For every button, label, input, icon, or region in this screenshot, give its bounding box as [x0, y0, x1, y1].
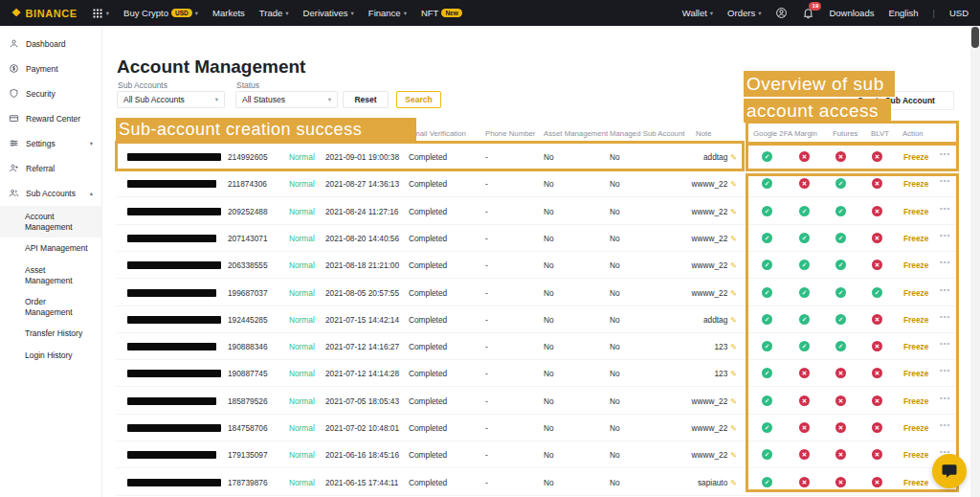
edit-note-icon[interactable]: ✎ [730, 289, 737, 298]
freeze-link[interactable]: Freeze [903, 152, 928, 162]
email-verification-cell: Completed [409, 450, 447, 460]
blvt-disabled-icon: ✕ [872, 151, 882, 162]
more-actions-icon[interactable]: ••• [940, 312, 950, 321]
futures-disabled-icon: ✕ [835, 449, 846, 460]
freeze-link[interactable]: Freeze [903, 396, 928, 406]
nav-trade[interactable]: Trade▾ [259, 8, 289, 18]
note-cell: wwww_22✎ [651, 288, 737, 298]
shield-icon [9, 88, 19, 101]
more-actions-icon[interactable]: ••• [940, 258, 950, 266]
nav-markets[interactable]: Markets [212, 8, 245, 18]
profile-icon[interactable] [775, 7, 788, 19]
user-icon [9, 38, 19, 51]
note-text: wwww_22 [691, 207, 727, 216]
nav-downloads[interactable]: Downloads [829, 8, 874, 18]
annotation-overview-line1: Overview of sub [744, 71, 895, 97]
more-actions-icon[interactable]: ••• [940, 231, 950, 239]
blvt-disabled-icon: ✕ [872, 233, 882, 243]
redacted-account-name [127, 153, 221, 161]
sidebar-item-dashboard[interactable]: Dashboard [0, 32, 101, 56]
sidebar-subitem-api-management[interactable]: API Management [0, 237, 101, 260]
nav-derivatives[interactable]: Derivatives▾ [303, 8, 354, 18]
nav-nft[interactable]: NFT New [421, 8, 462, 18]
more-actions-icon[interactable]: ••• [940, 149, 950, 158]
uid-cell: 207143071 [228, 234, 268, 243]
edit-note-icon[interactable]: ✎ [730, 479, 737, 487]
edit-note-icon[interactable]: ✎ [730, 261, 737, 270]
note-text: wwww_22 [691, 260, 727, 270]
asset-management-cell: No [544, 450, 554, 460]
freeze-link[interactable]: Freeze [903, 423, 928, 433]
nav-wallet[interactable]: Wallet▾ [682, 8, 713, 18]
asset-management-cell: No [544, 179, 554, 189]
reset-button[interactable]: Reset [343, 91, 389, 108]
freeze-link[interactable]: Freeze [903, 450, 928, 460]
google-2fa-enabled-icon: ✓ [762, 233, 772, 243]
nav-orders[interactable]: Orders▾ [727, 8, 761, 18]
more-actions-icon[interactable]: ••• [940, 420, 950, 429]
apps-grid-icon[interactable]: ▾ [92, 8, 109, 19]
edit-note-icon[interactable]: ✎ [730, 397, 737, 406]
more-actions-icon[interactable]: ••• [940, 204, 950, 213]
edit-note-icon[interactable]: ✎ [730, 424, 737, 433]
scrollbar-thumb[interactable] [971, 27, 979, 48]
edit-note-icon[interactable]: ✎ [730, 343, 737, 351]
freeze-link[interactable]: Freeze [903, 369, 928, 378]
freeze-link[interactable]: Freeze [903, 234, 928, 243]
edit-note-icon[interactable]: ✎ [730, 235, 737, 243]
support-chat-button[interactable] [932, 454, 967, 488]
sidebar-subitem-account-management[interactable]: Account Management [0, 206, 101, 237]
freeze-link[interactable]: Freeze [903, 342, 928, 351]
sidebar-item-payment[interactable]: Payment [0, 56, 101, 81]
redacted-account-name [127, 289, 216, 297]
uid-cell: 214992605 [228, 152, 268, 162]
sidebar-item-referral[interactable]: Referral [0, 156, 101, 181]
notifications-bell-icon[interactable]: 19 [802, 7, 814, 19]
sidebar-item-sub-accounts[interactable]: Sub Accounts▴ [0, 181, 101, 206]
google-2fa-enabled-icon: ✓ [762, 178, 772, 189]
nav-finance[interactable]: Finance▾ [368, 8, 407, 18]
phone-number-cell: - [485, 260, 488, 270]
more-actions-icon[interactable]: ••• [940, 176, 950, 185]
freeze-link[interactable]: Freeze [903, 288, 928, 298]
sidebar-item-security[interactable]: Security [0, 81, 101, 106]
edit-note-icon[interactable]: ✎ [730, 370, 737, 378]
margin-enabled-icon: ✓ [799, 341, 810, 351]
edit-note-icon[interactable]: ✎ [730, 316, 737, 325]
nav-buy-crypto[interactable]: Buy Crypto USD ▾ [123, 8, 198, 18]
status-select[interactable]: All Statuses ▾ [235, 91, 338, 108]
more-actions-icon[interactable]: ••• [940, 339, 950, 348]
freeze-link[interactable]: Freeze [903, 478, 928, 487]
notification-count-badge: 19 [809, 2, 821, 11]
freeze-link[interactable]: Freeze [903, 260, 928, 270]
sidebar-subitem-login-history[interactable]: Login History [0, 345, 101, 367]
nav-currency[interactable]: USD [949, 8, 969, 18]
phone-number-cell: - [485, 369, 488, 378]
edit-note-icon[interactable]: ✎ [730, 208, 737, 216]
sidebar-item-settings[interactable]: Settings▾ [0, 131, 101, 156]
more-actions-icon[interactable]: ••• [940, 394, 950, 402]
email-verification-cell: Completed [409, 179, 447, 189]
note-cell: wwww_22✎ [651, 423, 737, 433]
edit-note-icon[interactable]: ✎ [730, 180, 737, 189]
sidebar-subitem-asset-management[interactable]: Asset Management [0, 260, 101, 291]
freeze-link[interactable]: Freeze [903, 179, 928, 189]
more-actions-icon[interactable]: ••• [940, 285, 950, 294]
google-2fa-enabled-icon: ✓ [762, 314, 772, 325]
edit-note-icon[interactable]: ✎ [730, 153, 737, 162]
freeze-link[interactable]: Freeze [903, 207, 928, 216]
user-plus-icon [9, 163, 19, 175]
edit-note-icon[interactable]: ✎ [730, 451, 737, 460]
blvt-disabled-icon: ✕ [872, 260, 882, 270]
freeze-link[interactable]: Freeze [903, 315, 928, 325]
sidebar-subitem-transfer-history[interactable]: Transfer History [0, 323, 101, 345]
sub-accounts-select[interactable]: All Sub Accounts ▾ [117, 91, 225, 108]
nav-language[interactable]: English [888, 8, 918, 18]
table-row: 214992605Normal2021-09-01 19:00:38Comple… [117, 144, 957, 170]
more-actions-icon[interactable]: ••• [940, 366, 950, 374]
search-button[interactable]: Search [396, 91, 441, 108]
futures-disabled-icon: ✕ [835, 395, 846, 406]
sidebar-subitem-order-management[interactable]: Order Management [0, 291, 101, 323]
sidebar-item-reward-center[interactable]: Reward Center [0, 106, 101, 131]
binance-logo[interactable]: ❖ BINANCE [11, 8, 78, 19]
